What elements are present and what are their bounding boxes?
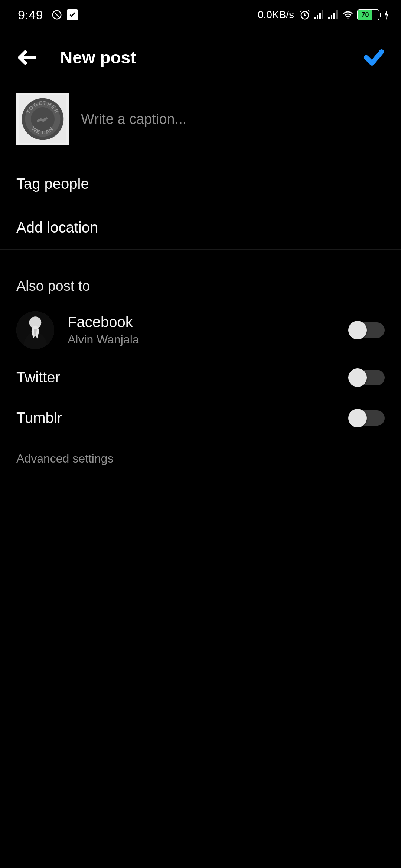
share-title: Tumblr [16, 410, 349, 426]
battery-percent: 70 [362, 11, 369, 19]
share-title: Twitter [16, 369, 349, 386]
alarm-icon [299, 9, 310, 20]
signal-sim2-icon [328, 10, 339, 19]
toggle-knob [348, 321, 367, 339]
facebook-avatar [16, 311, 54, 349]
share-row-tumblr: Tumblr [0, 398, 401, 438]
caption-input[interactable]: Write a caption... [81, 111, 385, 127]
share-row-facebook: Facebook Alvin Wanjala [0, 303, 401, 357]
back-button[interactable] [13, 43, 42, 72]
facebook-toggle[interactable] [349, 322, 385, 338]
wifi-icon [342, 9, 353, 20]
svg-point-2 [348, 17, 349, 19]
avatar-image [16, 311, 54, 349]
tag-people-row[interactable]: Tag people [0, 162, 401, 206]
toggle-knob [348, 409, 367, 427]
status-left: 9:49 [18, 8, 78, 22]
thumbnail-image: TOGETHER WE CAN [19, 95, 66, 143]
checkmark-icon [362, 46, 385, 69]
arrow-left-icon [16, 46, 38, 69]
task-complete-icon [67, 9, 78, 20]
battery-icon: 70 [357, 9, 379, 20]
share-row-twitter: Twitter [0, 357, 401, 398]
app-header: New post [0, 30, 401, 85]
network-speed: 0.0KB/s [258, 9, 294, 21]
share-labels: Facebook Alvin Wanjala [68, 314, 349, 346]
twitter-toggle[interactable] [349, 370, 385, 385]
add-location-row[interactable]: Add location [0, 206, 401, 249]
page-title: New post [60, 47, 359, 68]
share-labels: Tumblr [16, 410, 349, 426]
share-title: Facebook [68, 314, 349, 331]
toggle-knob [348, 368, 367, 387]
charging-icon [383, 9, 390, 20]
advanced-settings[interactable]: Advanced settings [0, 438, 401, 479]
status-time: 9:49 [18, 8, 43, 22]
status-bar: 9:49 0.0KB/s 70 [0, 0, 401, 30]
tumblr-toggle[interactable] [349, 410, 385, 426]
share-section-title: Also post to [0, 260, 401, 303]
status-right: 0.0KB/s 70 [258, 9, 390, 21]
post-thumbnail[interactable]: TOGETHER WE CAN [16, 93, 69, 145]
confirm-button[interactable] [359, 43, 388, 72]
share-labels: Twitter [16, 369, 349, 386]
dnd-icon [51, 9, 62, 20]
divider [0, 249, 401, 260]
signal-sim1-icon [314, 10, 325, 19]
caption-row: TOGETHER WE CAN Write a caption... [0, 85, 401, 162]
share-subtitle: Alvin Wanjala [68, 333, 349, 346]
